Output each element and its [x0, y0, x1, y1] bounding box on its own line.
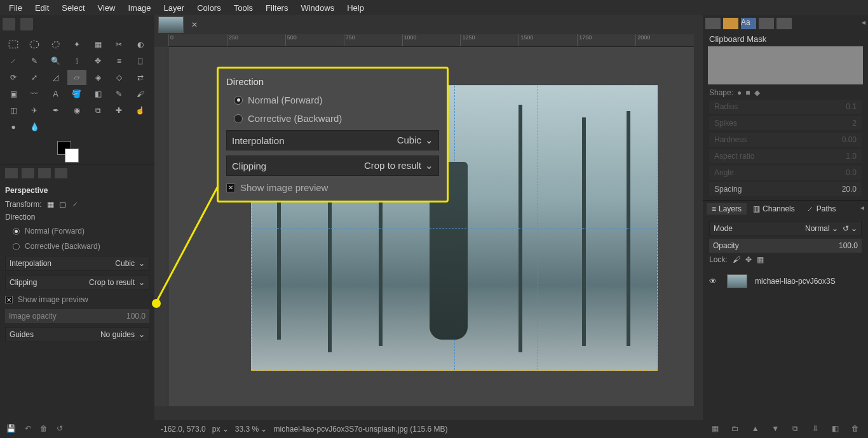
panel-icon[interactable]: [3, 18, 15, 30]
layer-row[interactable]: 👁 michael-liao-pcvJ6ox3S: [707, 272, 864, 291]
layer-group-icon[interactable]: 🗀: [730, 424, 740, 433]
channels-tab[interactable]: ▥ Channels: [748, 203, 800, 215]
menu-edit[interactable]: Edit: [29, 1, 55, 15]
text-tool[interactable]: A: [46, 86, 65, 102]
new-layer-icon[interactable]: ▦: [710, 424, 721, 433]
panel-icon[interactable]: [20, 18, 33, 30]
color-picker-tool[interactable]: ✎: [25, 53, 44, 69]
scale-tool[interactable]: ⤢: [25, 70, 44, 85]
crop-tool[interactable]: ⎕: [131, 53, 150, 69]
rotate-tool[interactable]: ⟳: [4, 70, 23, 85]
clipping-dropdown[interactable]: Clipping Crop to result⌄: [5, 275, 149, 290]
warp-tool[interactable]: 〰: [25, 86, 44, 102]
transform-selection-icon[interactable]: ▢: [59, 200, 66, 209]
delete-icon[interactable]: 🗑: [40, 424, 48, 433]
lock-position-icon[interactable]: ✥: [745, 255, 752, 264]
lock-alpha-icon[interactable]: ▦: [757, 255, 764, 264]
handle-transform-tool[interactable]: ◇: [109, 70, 128, 85]
heal-tool[interactable]: ✚: [109, 103, 128, 118]
gradient-tool[interactable]: ◧: [88, 86, 107, 102]
raise-layer-icon[interactable]: ▲: [750, 424, 761, 433]
dock-tab[interactable]: [705, 18, 721, 29]
tab-icon[interactable]: [5, 168, 18, 178]
layers-tab[interactable]: ≡ Layers: [707, 203, 747, 215]
lock-pixels-icon[interactable]: 🖌: [733, 255, 740, 264]
prop-radius[interactable]: Radius0.1: [709, 100, 862, 114]
pencil-tool[interactable]: ✎: [109, 86, 128, 102]
dock-tab[interactable]: [759, 18, 774, 29]
flip-tool[interactable]: ⇄: [131, 70, 150, 85]
duplicate-layer-icon[interactable]: ⧉: [790, 424, 801, 433]
menu-help[interactable]: Help: [341, 1, 370, 15]
merge-down-icon[interactable]: ⥥: [810, 424, 820, 433]
shape-square-icon[interactable]: ■: [745, 88, 750, 97]
rect-select-tool[interactable]: [4, 37, 23, 52]
tab-icon[interactable]: [55, 168, 67, 178]
perspective-tool[interactable]: ▱: [67, 70, 86, 85]
scissors-tool[interactable]: ✂: [109, 37, 128, 52]
visibility-icon[interactable]: 👁: [709, 277, 719, 286]
save-icon[interactable]: 💾: [6, 424, 16, 433]
unit-dropdown[interactable]: px ⌄: [212, 425, 229, 434]
menu-select[interactable]: Select: [55, 1, 91, 15]
menu-windows[interactable]: Windows: [294, 1, 341, 15]
ink-tool[interactable]: ✒: [46, 103, 65, 118]
shape-circle-icon[interactable]: ●: [737, 88, 742, 97]
move-tool[interactable]: ✥: [88, 53, 107, 69]
dock-tab[interactable]: [723, 18, 738, 29]
dodge-tool[interactable]: ●: [4, 119, 23, 135]
foreground-select-tool[interactable]: ◐: [131, 37, 150, 52]
paintbrush-tool[interactable]: 🖌: [131, 86, 150, 102]
prop-aspect[interactable]: Aspect ratio1.0: [709, 149, 862, 163]
transform-path-icon[interactable]: ⟋: [71, 200, 79, 209]
ellipse-select-tool[interactable]: [25, 37, 44, 52]
dock-menu-icon[interactable]: ◂: [862, 18, 865, 29]
dock-tab[interactable]: [776, 18, 792, 29]
blur-tool[interactable]: 💧: [25, 119, 44, 135]
menu-image[interactable]: Image: [121, 1, 157, 15]
smudge-tool[interactable]: ☝: [131, 103, 150, 118]
callout-direction-corrective[interactable]: Corrective (Backward): [226, 112, 439, 125]
dock-tab[interactable]: Aa: [741, 18, 756, 29]
fuzzy-select-tool[interactable]: ✦: [67, 37, 86, 52]
bucket-fill-tool[interactable]: 🪣: [67, 86, 86, 102]
direction-normal-radio[interactable]: Normal (Forward): [5, 225, 149, 237]
clone-tool[interactable]: ⧉: [88, 103, 107, 118]
shear-tool[interactable]: ◿: [46, 70, 65, 85]
free-select-tool[interactable]: [46, 37, 65, 52]
restore-icon[interactable]: ↶: [25, 424, 31, 433]
align-tool[interactable]: ≡: [109, 53, 128, 69]
tab-icon[interactable]: [22, 168, 34, 178]
layer-opacity-field[interactable]: Opacity100.0: [709, 239, 862, 253]
horizontal-scrollbar[interactable]: [168, 406, 694, 415]
by-color-select-tool[interactable]: ▦: [88, 37, 107, 52]
unified-transform-tool[interactable]: ◈: [88, 70, 107, 85]
background-color[interactable]: [65, 149, 79, 163]
brush-preview[interactable]: [708, 46, 863, 84]
dock-menu-icon[interactable]: ◂: [860, 203, 864, 215]
measure-tool[interactable]: ⟟: [67, 53, 86, 69]
interpolation-dropdown[interactable]: Interpolation Cubic⌄: [5, 256, 149, 271]
blend-mode-dropdown[interactable]: Mode Normal ⌄ ↺ ⌄: [709, 221, 862, 236]
menu-file[interactable]: File: [3, 1, 29, 15]
direction-corrective-radio[interactable]: Corrective (Backward): [5, 241, 149, 252]
layer-name[interactable]: michael-liao-pcvJ6ox3S: [755, 277, 836, 286]
paths-tab[interactable]: ⟋ Paths: [801, 203, 841, 215]
reset-icon[interactable]: ↺: [57, 424, 63, 433]
guides-dropdown[interactable]: Guides No guides⌄: [5, 327, 149, 342]
prop-hardness[interactable]: Hardness0.00: [709, 133, 862, 147]
zoom-dropdown[interactable]: 33.3 % ⌄: [235, 425, 268, 434]
cage-tool[interactable]: ▣: [4, 86, 23, 102]
lower-layer-icon[interactable]: ▼: [770, 424, 780, 433]
eraser-tool[interactable]: ◫: [4, 103, 23, 118]
delete-layer-icon[interactable]: 🗑: [850, 424, 860, 433]
shape-diamond-icon[interactable]: ◆: [754, 88, 760, 97]
mask-icon[interactable]: ◧: [831, 424, 841, 433]
image-tab-thumbnail[interactable]: [158, 17, 184, 33]
image-opacity-field[interactable]: Image opacity100.0: [5, 309, 149, 323]
zoom-tool[interactable]: 🔍: [46, 53, 65, 69]
tab-icon[interactable]: [38, 168, 51, 178]
horizontal-ruler[interactable]: 025050075010001250150017502000: [168, 34, 694, 47]
menu-filters[interactable]: Filters: [259, 1, 294, 15]
close-tab-icon[interactable]: ✕: [187, 20, 201, 29]
